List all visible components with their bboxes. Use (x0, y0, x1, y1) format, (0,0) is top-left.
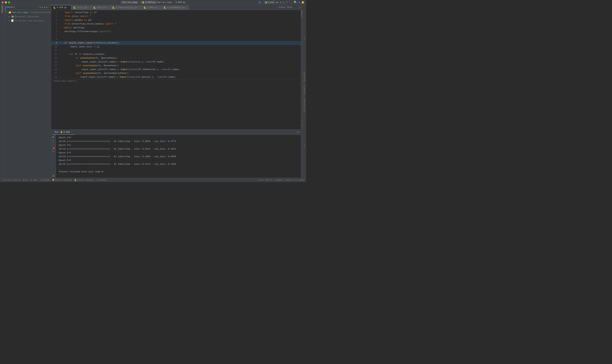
code-line-2: 2 from utils import * (51, 14, 301, 18)
settings-icon[interactable]: ⚙ (299, 1, 300, 4)
run-play-icon[interactable]: ▶ (53, 135, 54, 138)
run-tab-close-icon[interactable]: × (71, 131, 72, 133)
sidebar-collapse-icon[interactable]: — (48, 6, 50, 9)
tab-close-button-2[interactable]: × (88, 7, 89, 9)
tree-scratches-label: Scratches and Consoles (15, 19, 44, 22)
version-control-status[interactable]: ⎇ Version Control (1, 179, 21, 181)
run-list-icon[interactable]: ≡ (53, 150, 54, 153)
sidebar-filter-icon[interactable]: ⊞ (44, 6, 45, 9)
tab-pnn[interactable]: 🐍 2.PNN.py × (141, 5, 162, 10)
sidebar-header: Project ⚙ ⇅ ⊞ ✱ — (5, 5, 51, 10)
folder-icon: 📁 (8, 11, 11, 14)
run-stop-icon[interactable]: ⬛ (52, 142, 55, 145)
output-scrollbar[interactable] (301, 135, 302, 178)
run-status-label: Run (25, 179, 28, 181)
tab-bar: 🐍 5.DIN.py × 🐍 utils.py × 🐍 test.py × 🐍 … (51, 5, 302, 10)
reader-mode-label: Reader Mode (279, 5, 292, 10)
tab-close-button-4[interactable]: × (138, 7, 139, 9)
tree-item-scratches[interactable]: ▶ 📝 Scratches and Consoles (5, 19, 51, 23)
code-line-3: 3 import pandas as pd (51, 18, 301, 22)
code-editor[interactable]: 1 import tensorflow as tf 2 from utils i… (51, 10, 301, 130)
tab-py-icon-5: 🐍 (144, 6, 146, 9)
bottom-close-icon[interactable]: — (300, 131, 301, 134)
tree-item-external-libraries[interactable]: ▶ 📚 External Libraries (5, 14, 51, 19)
breadcrumb: build_input_layers() (51, 79, 301, 83)
tab-5din[interactable]: 🐍 5.DIN.py × (51, 5, 71, 10)
tab-close-button-5[interactable]: × (158, 7, 159, 9)
run-status[interactable]: ▶ Run (23, 179, 28, 181)
run-rerun-icon[interactable]: ↺ (53, 139, 54, 142)
todo-label: TODO (33, 179, 37, 181)
coverage-icon[interactable]: ◎ (283, 1, 284, 4)
run-pin-icon[interactable]: 📌 (52, 147, 55, 150)
code-line-18: 18 ▾ input_layer_dict[fc.name] = Input(s… (51, 75, 301, 79)
python-packages-status[interactable]: 📦 Python Packages (52, 179, 72, 181)
search-everywhere-icon[interactable]: 🔍 (294, 1, 297, 4)
notification-icon[interactable]: 🔔 (301, 1, 304, 4)
project-tab[interactable]: fun-rec_copy (121, 1, 139, 4)
sidebar-sort-icon[interactable]: ⇅ (42, 6, 43, 9)
debug-icon[interactable]: ⚙ (280, 1, 281, 4)
code-line-11: 11 (51, 49, 301, 52)
code-line-14: 14 input_layer_dict[fc.name] = Input(sha… (51, 60, 301, 64)
more-tabs-icon[interactable]: ⋮ (299, 6, 302, 9)
python-console-status[interactable]: 🐍 Python Console (74, 179, 93, 181)
tab-widedeep[interactable]: 🐍 3.Wide&Deep.py × (162, 5, 189, 10)
todo-icon: ☰ (30, 179, 32, 181)
run-config-name: 5.DIN (64, 131, 70, 133)
tree-external-label: External Libraries (15, 15, 39, 18)
run-output-container: ▶ ↺ ⬛ 📌 ≡ 🗑 Epoch 2/5 18/18 [===========… (51, 135, 302, 178)
tab-close-button-6[interactable]: × (186, 7, 187, 9)
run-config-button[interactable]: 🐍 5.DIN (264, 1, 275, 4)
tab-label-5: 2.PNN.py (147, 6, 157, 9)
code-line-15: 15 elif isinstance(fc, DenseFeat): (51, 64, 301, 68)
tab-test[interactable]: 🐍 test.py × (91, 5, 110, 10)
terminal-icon: ⬛ (95, 179, 98, 181)
chevron-right-icon: ▶ (9, 15, 10, 18)
scrollbar-thumb[interactable] (301, 10, 302, 17)
minimize-button[interactable] (5, 1, 7, 3)
bookmarks-side-tab[interactable]: Bookmarks (303, 83, 306, 96)
fold-icon-18[interactable]: ▾ (60, 75, 62, 79)
tab-deepcrossing[interactable]: 🐍 1.DeepCrossing.py × (110, 5, 141, 10)
run-trash-icon[interactable]: 🗑 (52, 175, 54, 177)
problems-status[interactable]: ⚠ Problems (39, 179, 50, 181)
version-control-icon: ⎇ (1, 179, 4, 181)
packages-icon: 📦 (52, 179, 54, 181)
statusbar: ⎇ Version Control ▶ Run ☰ TODO ⚠ Problem… (0, 178, 306, 182)
sidebar-settings-icon[interactable]: ⚙ (40, 6, 41, 9)
project-view-icon[interactable]: Project (0, 6, 6, 12)
scratches-icon: 📝 (11, 19, 14, 22)
terminal-status[interactable]: ⬛ Terminal (95, 179, 108, 181)
fold-icon-9[interactable]: ▾ (60, 41, 62, 45)
right-scrollbar-up[interactable]: ▲ (304, 6, 305, 71)
tree-item-fun-rec-copy[interactable]: ▼ 📁 fun-rec_copy ~/Documents/pythonProje… (5, 10, 51, 14)
bottom-settings-icon[interactable]: ⚙ (297, 131, 299, 134)
terminal-label: Terminal (98, 179, 108, 181)
account-icon[interactable]: 👤▾ (258, 1, 262, 4)
fold-icon-5[interactable]: ▾ (60, 26, 62, 30)
external-libraries-icon: 📚 (11, 15, 14, 18)
vertical-scrollbar[interactable] (301, 10, 302, 130)
run-tab[interactable]: Run: 🐍 5.DIN × (53, 130, 74, 135)
fold-icon-12[interactable]: ▾ (60, 52, 62, 56)
stop-icon[interactable]: ⬛ (289, 1, 292, 4)
todo-status[interactable]: ☰ TODO (30, 179, 37, 181)
status-indent: 4 spaces (274, 179, 283, 181)
code-line-4: 4 from tensorflow.keras.models import * (51, 22, 301, 26)
sidebar-gear-icon[interactable]: ✱ (46, 6, 47, 9)
close-button[interactable] (2, 1, 4, 3)
tab-close-button-3[interactable]: × (107, 7, 108, 9)
bottom-panel: Run: 🐍 5.DIN × ⚙ — ▶ ↺ (51, 130, 302, 178)
run-icon[interactable]: ▶ (277, 1, 278, 4)
maximize-button[interactable] (8, 1, 10, 3)
notifications-side-tab[interactable]: Notifications (303, 96, 306, 114)
tab-close-button[interactable]: × (68, 7, 69, 9)
right-scrollbar-down[interactable]: ▼ (304, 114, 305, 178)
file-tab[interactable]: 🐍 5.DIN.py (140, 1, 157, 4)
sidebar-title: Project (6, 6, 15, 8)
tab-utils[interactable]: 🐍 utils.py × (71, 5, 91, 10)
profile-icon[interactable]: ⏱ (286, 1, 288, 4)
tab-py-icon-2: 🐍 (73, 6, 76, 9)
structure-side-tab[interactable]: Structure (303, 71, 306, 83)
